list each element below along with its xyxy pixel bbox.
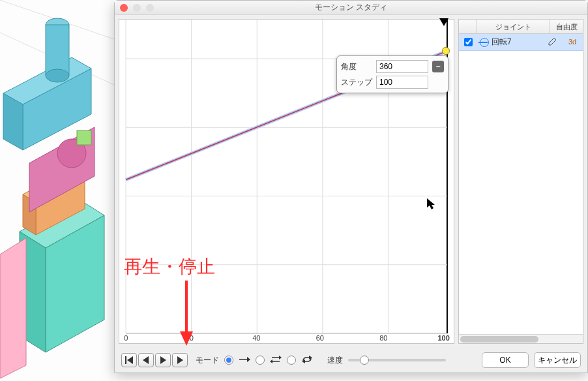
speed-label: 速度 [327,355,343,366]
play-button[interactable] [172,353,188,367]
angle-input[interactable] [376,60,428,73]
svg-marker-42 [270,359,272,363]
svg-point-17 [46,69,69,82]
col-dof-label: 自由度 [550,20,583,33]
motion-study-dialog: モーション スタディ [114,0,588,373]
angle-label: 角度 [341,61,372,72]
bottom-controls: モード 速度 OK キャンセル [115,348,587,373]
playhead-marker[interactable] [439,18,448,29]
mode-label: モード [196,355,219,366]
pingpong-icon [270,356,282,365]
svg-marker-34 [143,356,149,364]
mouse-cursor-icon [427,198,436,212]
mode-pingpong-radio[interactable] [256,356,265,365]
svg-marker-36 [177,356,183,364]
steps-input[interactable] [376,76,428,89]
svg-marker-5 [0,238,26,378]
loop-icon [301,356,313,365]
speed-group: 速度 [327,355,446,366]
x-axis-labels: 0 20 40 60 80 100 [119,331,454,343]
svg-rect-16 [46,25,69,76]
svg-rect-11 [77,130,91,145]
joints-header: ジョイント 自由度 [459,20,583,34]
ok-button[interactable]: OK [482,352,529,368]
step-back-button[interactable] [138,353,154,367]
go-start-button[interactable] [121,353,137,367]
titlebar: モーション スタディ [115,1,587,15]
keyframe-point[interactable] [442,47,450,55]
edit-icon[interactable] [548,36,558,48]
slider-thumb[interactable] [360,356,369,365]
arrow-right-icon [239,356,250,365]
svg-marker-35 [160,356,166,364]
dof-value-2: d [572,38,576,46]
svg-marker-38 [247,357,250,362]
joint-row[interactable]: 回転7 3 d [459,34,583,51]
svg-marker-40 [279,356,282,359]
speed-slider[interactable] [348,359,446,361]
svg-rect-32 [125,356,126,364]
revolute-joint-icon [480,38,489,47]
col-checkbox [459,20,477,33]
scrollbar-thumb[interactable] [460,336,538,343]
steps-label: ステップ [341,77,372,88]
graph-area[interactable]: 角度 − ステップ 0 20 40 60 80 100 [119,20,454,343]
keyframe-editor: 角度 − ステップ [336,55,448,93]
mode-group: モード [196,355,313,366]
cancel-button[interactable]: キャンセル [534,352,581,368]
playback-controls [121,353,188,367]
graph-panel: 角度 − ステップ 0 20 40 60 80 100 [119,19,454,344]
mode-once-radio[interactable] [224,356,233,365]
viewport-3d-background [0,0,114,381]
joints-panel: ジョイント 自由度 回転7 3 d [458,19,583,344]
step-forward-button[interactable] [155,353,171,367]
joint-name: 回転7 [492,37,512,48]
svg-marker-33 [127,356,133,364]
mode-loop-radio[interactable] [287,356,296,365]
remove-keyframe-button[interactable]: − [432,61,444,72]
horizontal-scrollbar[interactable] [459,334,583,343]
dialog-title: モーション スタディ [115,2,587,13]
svg-marker-31 [439,18,448,26]
svg-marker-47 [427,198,435,209]
joint-enable-checkbox[interactable] [464,38,473,46]
col-joint-label: ジョイント [477,20,550,33]
